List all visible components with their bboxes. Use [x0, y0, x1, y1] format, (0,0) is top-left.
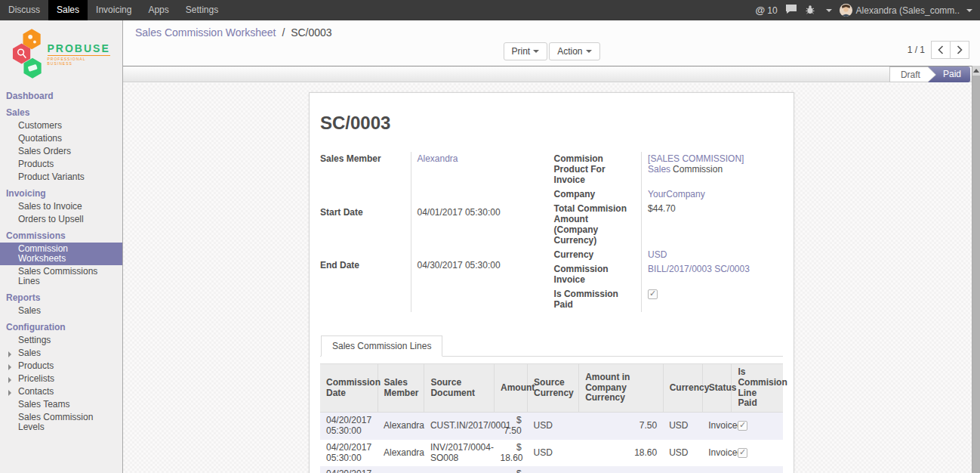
table-row[interactable]: 04/20/2017 10:35:53 Alexandra SO008 $ 18… [320, 466, 783, 473]
sidebar-item-products[interactable]: Products [0, 158, 122, 171]
sidebar-item-customers[interactable]: Customers [0, 119, 122, 132]
field-row: Currency USD [554, 248, 783, 262]
sidebar-item-sales-to-invoice[interactable]: Sales to Invoice [0, 200, 122, 213]
pager-next-button[interactable] [950, 41, 969, 59]
debug-icon[interactable] [805, 5, 815, 17]
field-label-end-date: End Date [320, 258, 411, 312]
sidebar-section: Commissions Commission Worksheets Sales … [0, 230, 122, 288]
line-paid-checkbox: ✓ [738, 448, 747, 458]
chevron-down-icon [533, 50, 539, 53]
sidebar-item-orders-to-upsell[interactable]: Orders to Upsell [0, 213, 122, 226]
currency-link[interactable]: USD [648, 249, 667, 260]
arrow-up-icon [973, 69, 979, 73]
sidebar-item-sales-commissions-lines[interactable]: Sales Commissions Lines [0, 265, 122, 288]
action-button[interactable]: Action [549, 42, 599, 60]
sidebar-section-reports[interactable]: Reports [0, 292, 122, 305]
sidebar-item-config-settings[interactable]: Settings [0, 334, 122, 347]
field-group-left: Sales Member Alexandra Start Date 04/01/… [320, 152, 538, 312]
col-header-currency: Currency [663, 364, 702, 413]
sidebar-section: Sales Customers Quotations Sales Orders … [0, 107, 122, 184]
nav-item-apps[interactable]: Apps [140, 0, 177, 20]
nav-item-sales[interactable]: Sales [48, 0, 88, 20]
cell-date: 04/20/2017 10:35:53 [320, 466, 378, 473]
col-header-line-paid: Is Commision Line Paid [732, 364, 783, 413]
vertical-scrollbar[interactable] [972, 66, 980, 473]
col-header-source-document: Source Document [424, 364, 495, 413]
cell-source: SO008 [424, 466, 495, 473]
field-row: End Date 04/30/2017 05:30:00 [320, 258, 538, 312]
sidebar-section-commissions[interactable]: Commissions [0, 230, 122, 243]
print-button[interactable]: Print [503, 42, 547, 60]
commission-product-rest: Commission [673, 164, 723, 175]
sidebar-item-config-products[interactable]: Products [0, 360, 122, 373]
sidebar-item-config-sales[interactable]: Sales [0, 347, 122, 360]
cell-member: Alexandra [378, 466, 424, 473]
sidebar-item-sales-teams[interactable]: Sales Teams [0, 398, 122, 411]
cell-source-currency: USD [528, 466, 579, 473]
sidebar-section: Dashboard [0, 90, 122, 103]
tab-sales-commission-lines[interactable]: Sales Commission Lines [321, 335, 442, 357]
sidebar-section-invoicing[interactable]: Invoicing [0, 187, 122, 200]
sidebar-section: Configuration Settings Sales Products Pr… [0, 321, 122, 434]
form-view: SC/0003 Sales Member Alexandra Start Dat… [123, 83, 980, 473]
field-value-start-date: 04/01/2017 05:30:00 [411, 206, 538, 259]
sidebar-item-config-pricelists[interactable]: Pricelists [0, 373, 122, 385]
form-sheet: SC/0003 Sales Member Alexandra Start Dat… [309, 92, 794, 473]
col-header-amount: Amount [494, 364, 527, 413]
table-row[interactable]: 04/20/2017 05:30:00 Alexandra CUST.IN/20… [320, 413, 783, 440]
sidebar-item-product-variants[interactable]: Product Variants [0, 171, 122, 184]
sidebar-item-config-contacts[interactable]: Contacts [0, 385, 122, 398]
sidebar-item-dashboard[interactable]: Dashboard [0, 90, 122, 103]
pager-previous-button[interactable] [931, 41, 951, 59]
sidebar-item-reports-sales[interactable]: Sales [0, 305, 122, 317]
cell-member: Alexandra [378, 440, 424, 467]
cell-source: INV/2017/0004-SO008 [424, 440, 495, 467]
mention-counter[interactable]: @ 10 [756, 5, 778, 16]
field-groups: Sales Member Alexandra Start Date 04/01/… [320, 152, 783, 312]
field-label-currency: Currency [554, 248, 642, 262]
nav-item-discuss[interactable]: Discuss [0, 0, 48, 20]
record-title: SC/0003 [320, 113, 783, 134]
cell-date: 04/20/2017 05:30:00 [320, 440, 378, 467]
breadcrumb-parent-link[interactable]: Sales Commission Worksheet [135, 26, 276, 39]
scrollbar-thumb[interactable] [972, 76, 980, 473]
company-link[interactable]: YourCompany [648, 189, 705, 199]
scroll-up-button[interactable] [972, 66, 980, 76]
table-row[interactable]: 04/20/2017 05:30:00 Alexandra INV/2017/0… [320, 440, 783, 467]
sidebar-section-configuration[interactable]: Configuration [0, 321, 122, 334]
user-menu[interactable]: Alexandra (Sales_comm.. [840, 4, 972, 17]
tab-strip: Sales Commission Lines [320, 335, 783, 357]
probuse-logo: PROBUSE PROFESSIONAL BUSINESS [12, 26, 110, 81]
nav-item-invoicing[interactable]: Invoicing [88, 0, 140, 20]
sidebar-item-commission-worksheets[interactable]: Commission Worksheets [0, 243, 122, 265]
sales-member-link[interactable]: Alexandra [418, 153, 458, 164]
nav-item-settings[interactable]: Settings [177, 0, 227, 20]
sidebar-item-label: Pricelists [18, 373, 54, 384]
is-commission-paid-checkbox: ✓ [648, 289, 658, 299]
action-button-box: Print Action [502, 42, 600, 60]
expand-icon [8, 364, 11, 370]
cell-line-paid: ✓ [732, 440, 783, 467]
cell-amount-company: 7.50 [579, 413, 664, 440]
field-label-is-commission-paid: Is Commission Paid [554, 287, 642, 312]
logo-brand: PROBUSE [48, 42, 110, 54]
chevron-down-icon [586, 50, 592, 53]
debug-caret-icon[interactable] [826, 9, 832, 12]
cell-source: CUST.IN/2017/0001 [424, 413, 495, 440]
cell-status: Invoiced [702, 413, 732, 440]
pager-buttons [931, 41, 969, 59]
messages-icon[interactable] [785, 4, 797, 17]
sidebar-section-sales[interactable]: Sales [0, 107, 122, 119]
status-step-draft[interactable]: Draft [889, 66, 928, 82]
sidebar-item-sales-commission-levels[interactable]: Sales Commission Levels [0, 411, 122, 434]
commission-invoice-link[interactable]: BILL/2017/0003 SC/0003 [648, 264, 750, 274]
sidebar-section: Reports Sales [0, 292, 122, 317]
sidebar-section: Invoicing Sales to Invoice Orders to Ups… [0, 187, 122, 226]
field-label-commission-product: Commision Product For Invoice [554, 152, 642, 187]
sidebar-item-sales-orders[interactable]: Sales Orders [0, 145, 122, 158]
line-paid-checkbox: ✓ [738, 421, 747, 431]
cell-amount-company: 18.60 [579, 466, 664, 473]
systray: @ 10 Alexandra (Sales_comm.. [756, 0, 980, 20]
sidebar-item-quotations[interactable]: Quotations [0, 132, 122, 145]
field-group-right: Commision Product For Invoice [SALES COM… [554, 152, 783, 312]
